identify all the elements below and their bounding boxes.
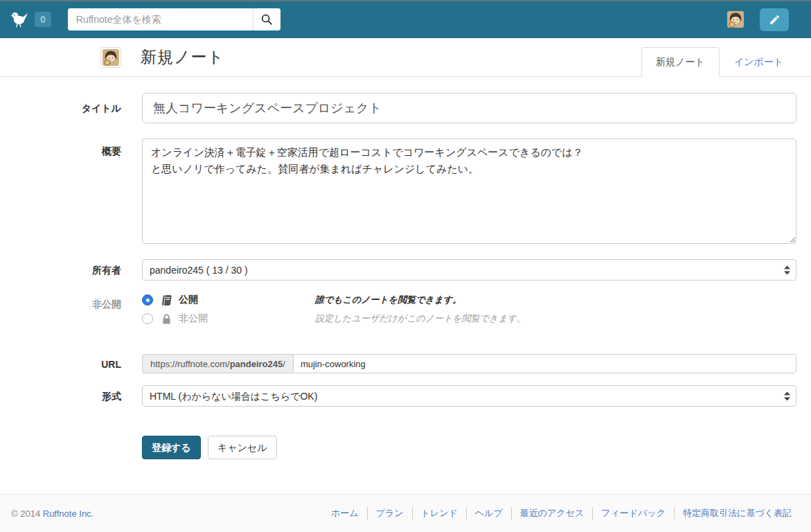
summary-label: 概要 [0, 139, 121, 247]
title-label: タイトル [0, 93, 121, 123]
search-icon [260, 13, 273, 26]
summary-textarea[interactable]: オンライン決済＋電子錠＋空家活用で超ローコストでコワーキングスペースできるのでは… [142, 139, 796, 244]
book-icon [161, 294, 172, 306]
buttons-spacer [0, 436, 121, 459]
footer-link-feedback[interactable]: フィードバック [592, 507, 674, 520]
tab-new-note[interactable]: 新規ノート [641, 47, 720, 77]
footer-link-commercial-law[interactable]: 特定商取引法に基づく表記 [674, 507, 800, 520]
header-tabs: 新規ノート インポート [641, 47, 798, 77]
note-owner-avatar-frame [100, 47, 121, 68]
footer-link-trend[interactable]: トレンド [412, 507, 466, 520]
new-note-form: タイトル 概要 オンライン決済＋電子錠＋空家活用で超ローコストでコワーキングスペ… [0, 77, 811, 459]
privacy-public-description: 誰でもこのノートを閲覧できます。 [315, 294, 461, 306]
privacy-private-name[interactable]: 非公開 [179, 312, 208, 325]
url-label: URL [0, 354, 121, 373]
user-avatar[interactable] [727, 11, 744, 28]
footer-link-plan[interactable]: プラン [367, 507, 412, 520]
tab-import[interactable]: インポート [720, 47, 798, 77]
format-select[interactable]: HTML (わからない場合はこちらでOK) [142, 385, 796, 407]
owner-label: 所有者 [0, 259, 121, 281]
footer-link-home[interactable]: ホーム [323, 507, 367, 520]
note-owner-avatar [103, 49, 119, 66]
pencil-icon [769, 14, 781, 26]
notification-count-badge[interactable]: 0 [35, 12, 51, 27]
new-note-button[interactable] [760, 8, 789, 31]
title-input[interactable] [142, 93, 796, 123]
footer-link-help[interactable]: ヘルプ [466, 507, 511, 520]
company-link[interactable]: Ruffnote Inc. [43, 508, 93, 519]
search-button[interactable] [253, 8, 280, 30]
privacy-option-private: 非公開 設定したユーザだけがこのノートを閲覧できます。 [142, 312, 796, 325]
format-label: 形式 [0, 385, 121, 407]
privacy-label: 非公開 [0, 294, 121, 331]
page-footer: © 2014 Ruffnote Inc. ホーム プラン トレンド ヘルプ 最近… [0, 494, 811, 532]
submit-button[interactable]: 登録する [142, 436, 201, 459]
privacy-private-description: 設定したユーザだけがこのノートを閲覧できます。 [315, 312, 526, 325]
privacy-option-public: 公開 誰でもこのノートを閲覧できます。 [142, 294, 796, 306]
cancel-button[interactable]: キャンセル [208, 436, 277, 459]
search-input[interactable] [68, 8, 253, 30]
privacy-public-name[interactable]: 公開 [179, 294, 198, 306]
radio-private[interactable] [142, 313, 153, 324]
ruffnote-bird-logo[interactable] [8, 9, 29, 30]
lock-icon [161, 313, 172, 325]
owner-select[interactable]: pandeiro245 ( 13 / 30 ) [142, 259, 796, 281]
copyright: © 2014 Ruffnote Inc. [11, 508, 93, 519]
top-navbar: 0 [0, 0, 811, 38]
copyright-text: © 2014 [11, 508, 40, 519]
footer-links: ホーム プラン トレンド ヘルプ 最近のアクセス フィードバック 特定商取引法に… [323, 507, 800, 520]
global-search [68, 8, 280, 30]
page-header: 新規ノート 新規ノート インポート [0, 38, 811, 77]
radio-public[interactable] [142, 294, 153, 305]
url-slug-input[interactable] [293, 354, 796, 373]
url-prefix-addon: https://ruffnote.com/pandeiro245/ [142, 354, 293, 373]
page-title: 新規ノート [141, 46, 224, 68]
footer-link-recent-access[interactable]: 最近のアクセス [511, 507, 593, 520]
